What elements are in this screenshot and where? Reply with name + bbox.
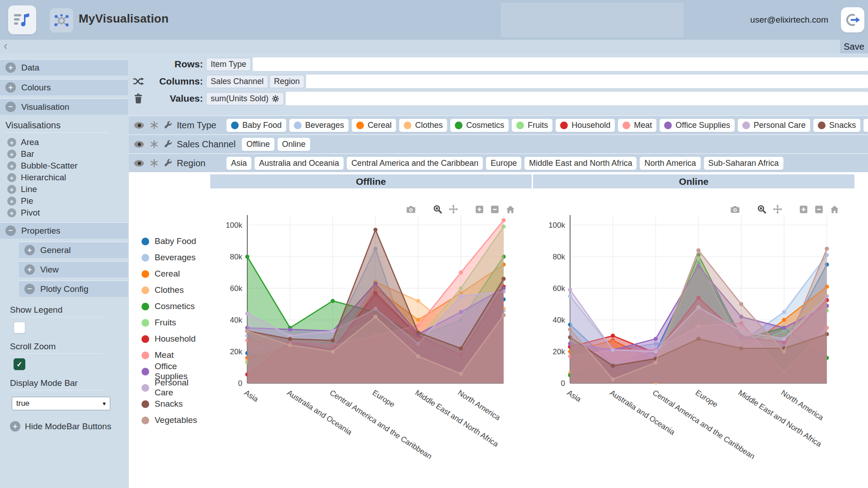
home-icon[interactable] <box>506 205 515 214</box>
trash-icon[interactable] <box>133 93 143 104</box>
legend-item-office-supplies[interactable]: Office Supplies <box>142 363 206 380</box>
filter-chip-vegetables[interactable]: Vegetables <box>863 119 868 132</box>
legend-label: Household <box>155 334 196 344</box>
zoom-icon[interactable] <box>757 205 766 214</box>
filter-chip-asia[interactable]: Asia <box>226 157 251 170</box>
legend-label: Meat <box>155 350 174 360</box>
sidebar-section-data[interactable]: + Data <box>0 59 128 75</box>
visibility-toggle-icon[interactable] <box>133 141 145 148</box>
pivot-field-chip-sales-channel[interactable]: Sales Channel <box>207 75 268 88</box>
scroll-zoom-checkbox[interactable]: ✓ <box>14 358 25 370</box>
filter-chip-central-america-and-the-caribbean[interactable]: Central America and the Caribbean <box>347 157 483 170</box>
pan-icon[interactable] <box>773 205 782 214</box>
select-all-asterisk-icon[interactable] <box>150 121 158 129</box>
expand-plus-icon: + <box>7 173 16 182</box>
filter-chip-middle-east-and-north-africa[interactable]: Middle East and North Africa <box>524 157 637 170</box>
legend-item-baby-food[interactable]: Baby Food <box>142 233 206 249</box>
sidebar-section-colours[interactable]: + Colours <box>0 79 128 95</box>
playlist-music-button[interactable] <box>8 5 36 34</box>
sidebar-item-hierarchical[interactable]: +Hierarchical <box>0 172 129 183</box>
chart-plot-online[interactable]: 020k40k60k80k100kAsiaAustralia and Ocean… <box>522 189 868 488</box>
field-chip-label: Sales Channel <box>211 77 264 86</box>
sidebar-item-pivot[interactable]: +Pivot <box>0 207 129 219</box>
legend-item-beverages[interactable]: Beverages <box>142 249 206 266</box>
filter-chip-household[interactable]: Household <box>556 119 615 132</box>
filter-chip-cosmetics[interactable]: Cosmetics <box>450 119 509 132</box>
save-button[interactable]: Save <box>840 40 868 53</box>
home-icon[interactable] <box>830 205 839 214</box>
y-tick-label: 60k <box>553 284 566 293</box>
legend-label: Cereal <box>155 269 180 279</box>
zoom-in-icon[interactable] <box>475 205 484 214</box>
pivot-field-chip-sum-units-sold-[interactable]: sum(Units Sold) <box>207 93 283 105</box>
filter-chip-clothes[interactable]: Clothes <box>399 119 447 132</box>
filter-chip-fruits[interactable]: Fruits <box>512 119 552 132</box>
legend-item-clothes[interactable]: Clothes <box>142 282 206 298</box>
select-all-asterisk-icon[interactable] <box>150 159 158 167</box>
zoom-in-icon[interactable] <box>799 205 808 214</box>
sidebar-item-area[interactable]: +Area <box>0 136 129 148</box>
camera-icon[interactable] <box>406 205 416 214</box>
legend-item-personal-care[interactable]: Personal Care <box>142 380 206 396</box>
select-all-asterisk-icon[interactable] <box>150 140 158 148</box>
sidebar-item-line[interactable]: +Line <box>0 183 129 195</box>
legend-item-cosmetics[interactable]: Cosmetics <box>142 298 206 314</box>
legend-item-cereal[interactable]: Cereal <box>142 266 206 282</box>
rows-drop-zone[interactable] <box>253 57 868 71</box>
display-mode-bar-select[interactable]: true ▾ <box>12 397 110 410</box>
logout-button[interactable] <box>841 7 864 33</box>
pan-icon[interactable] <box>449 205 458 214</box>
filter-name-label: Sales Channel <box>177 139 242 150</box>
sidebar-section-properties[interactable]: − Properties <box>0 222 128 239</box>
filter-chip-snacks[interactable]: Snacks <box>813 119 860 132</box>
visibility-toggle-icon[interactable] <box>133 160 145 167</box>
legend-label: Baby Food <box>155 236 196 246</box>
filter-chip-personal-care[interactable]: Personal Care <box>738 119 810 132</box>
filter-chip-online[interactable]: Online <box>278 138 310 151</box>
sidebar-item-bar[interactable]: +Bar <box>0 148 129 160</box>
filter-chip-office-supplies[interactable]: Office Supplies <box>660 119 735 132</box>
secondary-toolbar: ‹ Save <box>0 40 868 53</box>
filter-chip-beverages[interactable]: Beverages <box>289 119 349 132</box>
gear-icon[interactable] <box>272 95 279 103</box>
filters-panel: Item TypeBaby FoodBeveragesCerealClothes… <box>129 115 868 172</box>
legend-item-vegetables[interactable]: Vegetables <box>142 412 206 428</box>
filter-chip-offline[interactable]: Offline <box>242 138 274 151</box>
filter-chip-europe[interactable]: Europe <box>486 157 521 170</box>
camera-icon[interactable] <box>730 205 740 214</box>
swap-axes-icon[interactable] <box>132 76 144 86</box>
pivot-field-chip-item-type[interactable]: Item Type <box>207 58 250 70</box>
sidebar-item-pie[interactable]: +Pie <box>0 195 129 207</box>
legend-item-fruits[interactable]: Fruits <box>142 314 206 331</box>
legend-item-meat[interactable]: Meat <box>142 347 206 363</box>
values-drop-zone[interactable] <box>286 92 868 105</box>
filter-chip-meat[interactable]: Meat <box>618 119 656 132</box>
configure-wrench-icon[interactable] <box>164 159 172 168</box>
pivot-field-chip-region[interactable]: Region <box>270 75 304 88</box>
sidebar-item-bubble-scatter[interactable]: +Bubble-Scatter <box>0 160 129 172</box>
filter-chip-sub-saharan-africa[interactable]: Sub-Saharan Africa <box>704 157 783 170</box>
visibility-toggle-icon[interactable] <box>133 122 145 129</box>
columns-drop-zone[interactable] <box>306 75 868 88</box>
zoom-out-icon[interactable] <box>815 205 823 214</box>
zoom-icon[interactable] <box>433 205 442 214</box>
configure-wrench-icon[interactable] <box>164 121 172 130</box>
zoom-out-icon[interactable] <box>491 205 499 214</box>
back-button[interactable]: ‹ <box>4 39 8 52</box>
legend-item-snacks[interactable]: Snacks <box>142 396 206 412</box>
network-graph-button[interactable] <box>50 8 73 33</box>
chart-plot-offline[interactable]: 020k40k60k80k100kAsiaAustralia and Ocean… <box>206 189 522 488</box>
filter-chip-australia-and-oceania[interactable]: Australia and Oceania <box>255 157 344 170</box>
show-legend-checkbox[interactable] <box>14 322 25 333</box>
sidebar-section-plotly-config[interactable]: − Plotly Config <box>19 281 128 297</box>
filter-chip-cereal[interactable]: Cereal <box>352 119 396 132</box>
configure-wrench-icon[interactable] <box>164 140 172 149</box>
filter-chip-baby-food[interactable]: Baby Food <box>226 119 286 132</box>
filter-chip-north-america[interactable]: North America <box>640 157 700 170</box>
legend-item-household[interactable]: Household <box>142 331 206 347</box>
series-color-dot <box>818 122 826 129</box>
sidebar-section-hide-modebar-buttons[interactable]: + Hide ModeBar Buttons <box>10 421 129 432</box>
sidebar-section-general[interactable]: + General <box>19 242 128 258</box>
sidebar-section-visualisation[interactable]: − Visualisation <box>0 99 128 115</box>
sidebar-section-view[interactable]: + View <box>19 261 128 277</box>
